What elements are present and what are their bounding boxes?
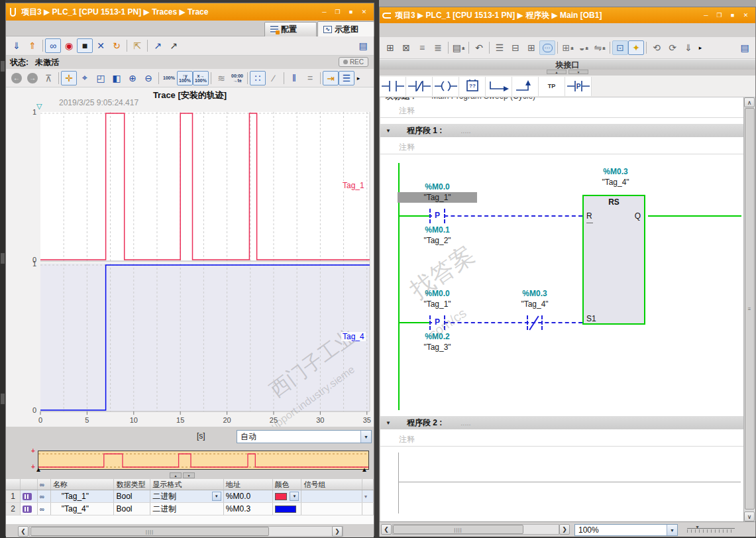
load-preset-icon[interactable]: ⇓ <box>680 40 696 55</box>
splitter-up-button[interactable]: ▲ <box>547 70 567 74</box>
collapse-networks-icon[interactable]: ⊞ <box>523 40 539 55</box>
stop-record-icon[interactable]: ■ <box>77 38 93 53</box>
cell-signal-group[interactable] <box>301 503 362 515</box>
cell-signal-group[interactable] <box>301 490 362 502</box>
scroll-right-button[interactable]: ❯ <box>559 524 570 535</box>
cell-color[interactable]: ▼ <box>273 490 302 502</box>
collapse-icon[interactable]: ▼ <box>386 420 391 426</box>
cell-datatype[interactable]: Bool <box>114 490 150 502</box>
favorite-close-branch-icon[interactable] <box>512 77 539 96</box>
nc-contact[interactable] <box>541 315 543 330</box>
dock-button[interactable]: ■ <box>345 7 356 17</box>
transfer-trace-to-device-icon[interactable]: ⇓ <box>9 38 25 53</box>
add-to-measurements-icon[interactable]: ↗ <box>150 38 166 53</box>
favorite-nc-contact-icon[interactable] <box>406 77 433 96</box>
operand-address[interactable]: %M0.0 <box>398 182 477 192</box>
scale-x-100-icon[interactable]: x→100% <box>193 71 209 85</box>
editor-zoom-slider[interactable]: ▼ <box>687 528 735 536</box>
collapse-down-button[interactable]: ▼ <box>183 472 195 478</box>
operand-address[interactable]: %M0.3 <box>495 289 574 299</box>
export-trace-icon[interactable]: ⇱ <box>129 38 145 53</box>
range-handle-left[interactable]: ▲ <box>35 466 42 473</box>
header-type[interactable]: 数据类型 <box>114 479 150 490</box>
cell-name[interactable]: "Tag_4" <box>51 503 115 515</box>
comments-toggle-icon[interactable]: ⋯ <box>539 40 555 55</box>
cell-name[interactable]: "Tag_1" <box>51 490 115 502</box>
operand-tag1[interactable]: %M0.0 "Tag_1" <box>398 289 477 309</box>
cell-display-format[interactable]: 二进制▼ <box>150 490 224 502</box>
horizontal-measure-icon[interactable]: = <box>302 71 318 85</box>
header-name[interactable]: 名称 <box>51 479 115 490</box>
p-contact-1[interactable] <box>444 209 445 223</box>
table-row[interactable]: 2∞"Tag_4"Bool二进制%M0.3 <box>6 503 374 515</box>
favorite-open-branch-icon[interactable] <box>486 77 512 96</box>
transfer-trace-from-device-icon[interactable]: ⇑ <box>25 38 40 53</box>
close-button[interactable]: ✕ <box>358 7 370 17</box>
x-scale-mode-dropdown[interactable]: 自动 ▼ <box>237 430 372 443</box>
dropdown-arrow-icon[interactable]: ▼ <box>667 525 677 535</box>
p-contact-2[interactable] <box>444 315 445 330</box>
cell-display-format[interactable]: 二进制 <box>150 503 224 515</box>
network-2-comment[interactable]: 注释 <box>380 433 743 447</box>
edge-memory-operand[interactable]: %M0.1 "Tag_2" <box>398 225 477 246</box>
rs-input-r[interactable]: R <box>586 211 592 221</box>
p-contact-1-symbol[interactable]: P <box>432 211 443 220</box>
header-group[interactable]: 信号组 <box>301 479 362 490</box>
display-format-icon[interactable]: ⊡ <box>612 40 628 55</box>
scroll-thumb[interactable]: ≡ <box>745 108 755 510</box>
legend-position-icon[interactable]: ⇥ <box>323 71 339 85</box>
monitor-cell[interactable]: ∞ <box>38 503 51 515</box>
forward-icon[interactable]: → <box>25 71 40 85</box>
monitoring-apply-icon[interactable]: ⟳ <box>665 40 680 55</box>
operand-comments-icon[interactable]: ◒± <box>576 40 592 55</box>
dropdown-arrow-icon[interactable]: ▼ <box>360 431 371 443</box>
reset-icon[interactable]: ↶ <box>471 40 487 55</box>
rs-block[interactable]: RS R Q S1 <box>582 195 645 325</box>
favorite-coil-icon[interactable] <box>433 77 459 96</box>
interpolation-icon[interactable]: ∕ <box>266 71 282 85</box>
compare-curves-icon[interactable]: ≋ <box>213 71 229 85</box>
trace-plot[interactable] <box>6 87 375 419</box>
p-contact-2-symbol[interactable]: P <box>432 317 443 327</box>
scale-y-100-icon[interactable]: ↑y100% <box>177 71 193 85</box>
dock-button[interactable]: ■ <box>727 11 738 20</box>
scroll-thumb[interactable]: |||| <box>30 527 269 536</box>
scroll-left-button[interactable]: ❮ <box>18 526 28 537</box>
absolute-symbolic-icon[interactable]: ☰ <box>492 40 508 55</box>
tab-configuration[interactable]: 配置 <box>264 22 317 36</box>
network-2-header[interactable]: ▼ 程序段 2 : ..... <box>380 416 743 429</box>
snapshot-icon[interactable]: ⊼ <box>40 71 56 85</box>
series-label-tag_4[interactable]: Tag_4 <box>341 332 366 341</box>
minimize-button[interactable]: ─ <box>700 11 712 20</box>
trace-overview-strip[interactable] <box>38 451 369 470</box>
operand-name-highlighted[interactable]: "Tag_1" <box>398 192 477 203</box>
favorite-timer-pulse-icon[interactable]: TP <box>539 77 565 96</box>
legend-toggle-icon[interactable]: ☰ <box>339 71 354 85</box>
collapse-icon[interactable]: ▼ <box>386 128 391 134</box>
favorite-p-contact-icon[interactable]: P <box>565 77 592 96</box>
delete-network-icon[interactable]: ⊠ <box>398 40 414 55</box>
back-icon[interactable]: ← <box>9 71 25 85</box>
operand-name[interactable]: "Tag_4" <box>495 299 574 309</box>
float-button[interactable]: ❐ <box>332 7 343 17</box>
zoom-in-icon[interactable]: ⊕ <box>125 71 140 85</box>
header-address[interactable]: 地址 <box>224 479 273 490</box>
slider-handle[interactable]: ▼ <box>695 525 700 529</box>
collapse-up-button[interactable]: ▲ <box>170 472 182 478</box>
box-parameters-icon[interactable]: ⊞± <box>560 40 576 55</box>
zoom-100-icon[interactable]: 100% <box>161 71 177 85</box>
operand-address[interactable]: %M0.1 <box>398 225 477 235</box>
monitor-trace-icon[interactable]: ∞ <box>45 38 61 53</box>
minimize-button[interactable]: ─ <box>319 7 330 17</box>
splitter-down-button[interactable]: ▼ <box>568 70 588 74</box>
panel-toggle-icon[interactable]: ▤ <box>355 38 371 53</box>
block-title-row[interactable]: 块标题： Main Program Sweep (Cycle) <box>380 97 743 103</box>
cell-color[interactable] <box>273 503 302 515</box>
scroll-left-button[interactable]: ❮ <box>381 524 392 535</box>
more-tools-icon[interactable]: ▸ <box>354 71 362 85</box>
operand-name[interactable]: "Tag_2" <box>398 235 477 246</box>
operand-name[interactable]: "Tag_3" <box>398 342 477 352</box>
pan-icon[interactable]: ✛ <box>61 71 77 85</box>
network-1-title-placeholder[interactable]: ..... <box>460 127 470 134</box>
auto-repeat-icon[interactable]: ↻ <box>109 38 125 53</box>
